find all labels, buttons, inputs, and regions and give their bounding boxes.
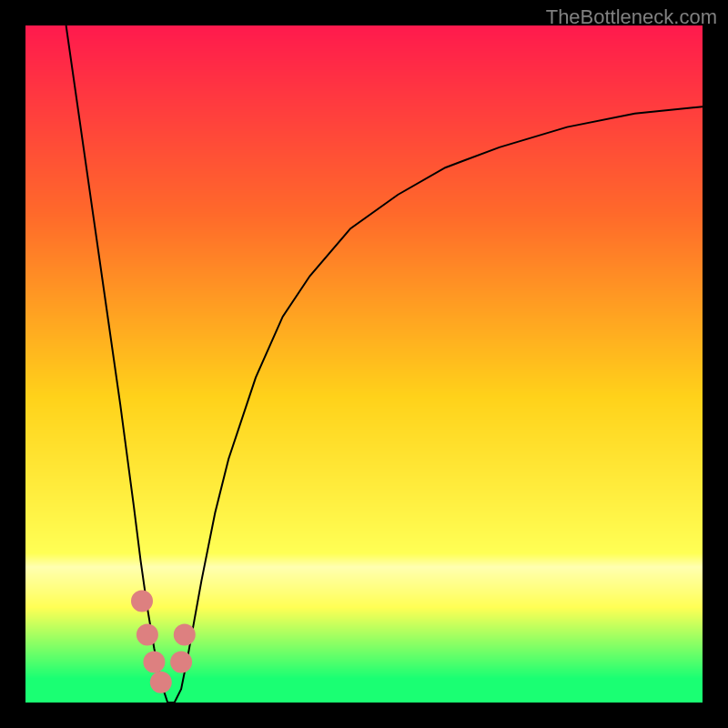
marker-group [131,590,196,693]
marker-dot [143,651,165,672]
marker-dot [136,624,158,646]
curve-layer [25,25,703,703]
bottleneck-curve [66,25,703,703]
marker-dot [131,590,153,612]
chart-frame: TheBottleneck.com [0,0,728,728]
marker-dot [150,672,172,693]
marker-dot [170,651,192,672]
plot-area [25,25,703,703]
marker-dot [174,624,196,646]
watermark-text: TheBottleneck.com [546,5,717,29]
